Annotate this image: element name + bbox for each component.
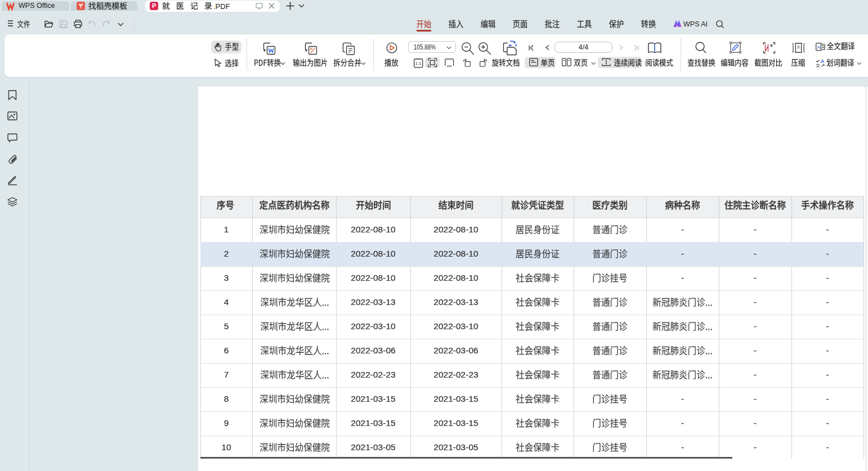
svg-text:A: A (817, 44, 821, 50)
svg-text:P: P (152, 2, 156, 9)
svg-text:1:1: 1:1 (415, 61, 422, 66)
svg-text:A: A (821, 59, 825, 64)
